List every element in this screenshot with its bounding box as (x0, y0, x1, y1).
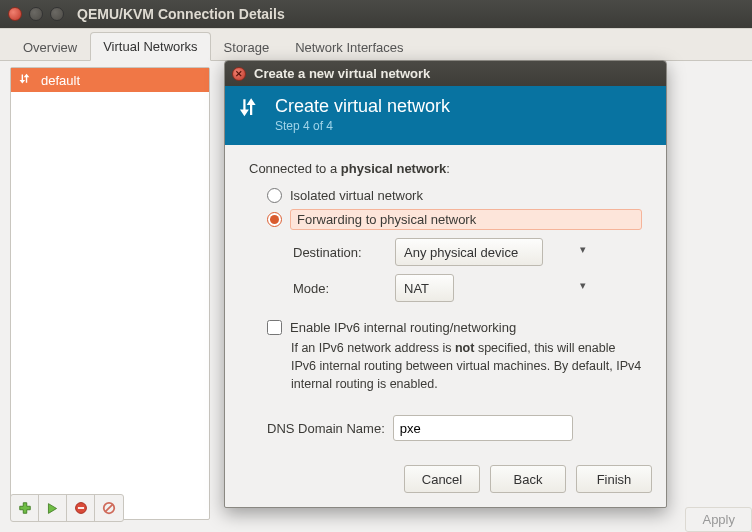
delete-network-button[interactable] (95, 495, 123, 521)
radio-isolated-input[interactable] (267, 188, 282, 203)
tabs-row: Overview Virtual Networks Storage Networ… (0, 29, 752, 61)
cancel-button[interactable]: Cancel (404, 465, 480, 493)
heading-suffix: : (446, 161, 450, 176)
destination-label: Destination: (293, 245, 385, 260)
dialog-button-row: Cancel Back Finish (225, 455, 666, 507)
play-icon (46, 502, 59, 515)
ipv6-help-text: If an IPv6 network address is not specif… (291, 339, 642, 393)
stop-icon (74, 501, 88, 515)
dialog-body: Connected to a physical network: Isolate… (225, 145, 666, 455)
no-entry-icon (102, 501, 116, 515)
heading-prefix: Connected to a (249, 161, 341, 176)
window-minimize-icon[interactable] (29, 7, 43, 21)
apply-button: Apply (685, 507, 752, 532)
ipv6-checkbox[interactable] (267, 320, 282, 335)
radio-isolated[interactable]: Isolated virtual network (267, 186, 642, 205)
dialog-banner-title: Create virtual network (275, 96, 450, 117)
ipv6-help-bold: not (455, 341, 474, 355)
dialog-title: Create a new virtual network (254, 66, 430, 81)
heading-bold: physical network (341, 161, 446, 176)
destination-row: Destination: Any physical device (293, 238, 642, 266)
network-item-label: default (41, 73, 80, 88)
radio-forward-input[interactable] (267, 212, 282, 227)
radio-isolated-label: Isolated virtual network (290, 186, 423, 205)
parent-window-titlebar: QEMU/KVM Connection Details (0, 0, 752, 28)
mode-dropdown[interactable]: NAT (395, 274, 454, 302)
dns-label: DNS Domain Name: (267, 421, 385, 436)
dialog-titlebar: ✕ Create a new virtual network (225, 61, 666, 86)
dialog-close-icon[interactable]: ✕ (232, 67, 246, 81)
mode-row: Mode: NAT (293, 274, 642, 302)
radio-forward-label: Forwarding to physical network (290, 209, 642, 230)
stop-network-button[interactable] (67, 495, 95, 521)
window-close-icon[interactable] (8, 7, 22, 21)
window-maximize-icon[interactable] (50, 7, 64, 21)
network-list-item[interactable]: default (11, 68, 209, 92)
tab-network-interfaces[interactable]: Network Interfaces (282, 33, 416, 61)
svg-line-3 (105, 504, 112, 511)
back-button[interactable]: Back (490, 465, 566, 493)
network-updown-icon (19, 73, 33, 87)
window-title: QEMU/KVM Connection Details (77, 6, 285, 22)
dns-domain-input[interactable] (393, 415, 573, 441)
plus-icon (18, 501, 32, 515)
dns-row: DNS Domain Name: (267, 415, 642, 441)
ipv6-help-pre: If an IPv6 network address is (291, 341, 455, 355)
connected-heading: Connected to a physical network: (249, 161, 642, 176)
network-updown-icon (239, 96, 263, 124)
ipv6-checkbox-label: Enable IPv6 internal routing/networking (290, 320, 516, 335)
add-network-button[interactable] (11, 495, 39, 521)
tab-storage[interactable]: Storage (211, 33, 283, 61)
ipv6-checkbox-row[interactable]: Enable IPv6 internal routing/networking (267, 320, 642, 335)
network-toolbar (10, 494, 124, 522)
mode-label: Mode: (293, 281, 385, 296)
tab-overview[interactable]: Overview (10, 33, 90, 61)
destination-dropdown[interactable]: Any physical device (395, 238, 543, 266)
finish-button[interactable]: Finish (576, 465, 652, 493)
create-network-dialog: ✕ Create a new virtual network Create vi… (224, 60, 667, 508)
network-list: default (10, 67, 210, 520)
svg-rect-1 (77, 507, 83, 509)
dialog-banner: Create virtual network Step 4 of 4 (225, 86, 666, 145)
start-network-button[interactable] (39, 495, 67, 521)
dialog-step-label: Step 4 of 4 (275, 119, 450, 133)
radio-forward[interactable]: Forwarding to physical network (267, 209, 642, 230)
tab-virtual-networks[interactable]: Virtual Networks (90, 32, 210, 61)
